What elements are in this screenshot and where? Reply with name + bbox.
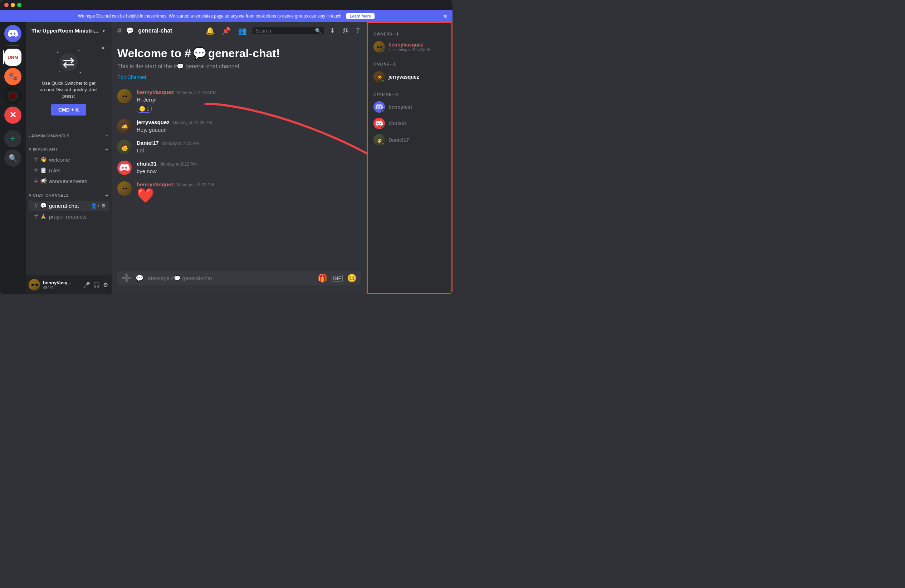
server-icon-redx[interactable]: ✕ [4,106,21,124]
current-user-name: bennyVasq... [43,280,79,285]
member-name-chula31: chula31 [389,120,446,126]
qs-dot-4: ✦ [79,71,81,74]
edit-channel-link[interactable]: Edit Channel [117,74,146,80]
channel-name-rules: rules [49,167,106,173]
banner-close-button[interactable]: ✕ [443,13,448,20]
search-input[interactable] [256,28,313,33]
msg-timestamp-2: Monday at 12:33 PM [172,120,212,125]
close-button[interactable] [4,3,9,7]
member-item-jerry[interactable]: 🧔 jerryvasquez [371,69,449,85]
deafen-headphones-icon[interactable]: 🎧 [92,281,101,289]
channels-list: › ADMIN CHANNELS + ∨ IMPORTANT + # 👋 wel… [26,124,112,276]
quick-switcher-popup: ✕ ✦ ✦ ⇄ ✦ ✦ Use Quick Switcher to get ar… [29,42,109,121]
current-user-avatar-icon: 🕶️ [30,281,39,289]
messages-area: Welcome to # 💬 general-chat! This is the… [112,40,367,271]
quick-switcher-close[interactable]: ✕ [101,45,105,51]
message-text-input[interactable] [148,271,313,285]
mute-microphone-icon[interactable]: 🎤 [82,281,91,289]
gif-icon[interactable]: GIF [332,275,343,282]
server-icon-paw[interactable]: 🐾 [4,68,21,85]
msg-header-1: bennyVasquez Monday at 12:33 PM [137,89,361,95]
maximize-button[interactable] [17,3,21,7]
members-section-offline: OFFLINE—3 [371,89,449,98]
gift-icon[interactable]: 🎁 [318,274,327,283]
user-settings-icon[interactable]: ⚙ [102,281,109,289]
msg-avatar-benny-2-emoji: 🕶️ [122,185,128,191]
add-server-button[interactable]: + [4,130,21,147]
members-list-icon[interactable]: 👥 [237,27,248,35]
add-channel-important[interactable]: + [105,146,109,153]
member-avatar-jerry: 🧔 [373,71,385,82]
server-icon-discord-home[interactable] [4,25,21,42]
channel-header-name: general-chat [138,27,172,34]
member-item-daniel17[interactable]: 🧑 Daniel17 [371,132,449,148]
message-group-4: chula31 Monday at 8:22 PM bye now [117,161,361,175]
invite-icon[interactable]: 👤+ [91,203,100,209]
learn-more-button[interactable]: Learn More [346,13,375,19]
msg-avatar-benny-emoji: 🕶️ [122,94,128,99]
notifications-bell-icon[interactable]: 🔔 [204,27,216,35]
server-icon-dark[interactable] [4,87,21,105]
server-sidebar: URM 🐾 ✕ + 🔍 [0,22,26,294]
channel-item-prayer-requests[interactable]: # 🙏 prayer-requests [29,211,109,222]
svg-point-1 [10,94,15,98]
category-chat-channels[interactable]: ∨ CHAT CHANNELS + [26,187,112,200]
channel-emoji-prayer: 🙏 [40,213,47,220]
user-controls: 🎤 🎧 ⚙ [82,281,109,289]
add-channel-chat[interactable]: + [105,192,109,199]
minimize-button[interactable] [11,3,15,7]
channel-item-rules[interactable]: # 📋 rules [29,165,109,176]
category-label-admin: › ADMIN CHANNELS [29,134,70,138]
msg-content-4: chula31 Monday at 8:22 PM bye now [137,161,361,175]
channel-header: # 💬 general-chat 🔔 📌 👥 🔍 ⬇ @ ? [112,22,367,40]
member-item-benny-vasquez[interactable]: 🕶️ bennyVasquez ♪ Listening to Spotify 🖥 [371,39,449,55]
member-avatar-benny: 🕶️ [373,41,385,52]
member-item-chula31[interactable]: chula31 [371,116,449,131]
member-item-bennytest[interactable]: bennytest [371,99,449,115]
quick-switcher-shortcut-button[interactable]: CMD + K [51,104,86,116]
member-name-benny: bennyVasquez [389,42,446,48]
inbox-download-icon[interactable]: ⬇ [329,27,337,35]
emoji-icon[interactable]: 😊 [347,274,357,283]
msg-avatar-benny-2: 🕶️ [117,181,132,196]
channel-actions-general: 👤+ ⚙ [91,203,106,209]
channel-emoji-rules: 📋 [40,167,47,173]
member-avatar-benny-icon: 🕶️ [376,44,383,50]
explore-servers-button[interactable]: 🔍 [4,149,21,167]
message-group-2: 🧔 jerryvasquez Monday at 12:33 PM Hey, g… [117,119,361,133]
msg-avatar-benny-1: 🕶️ [117,89,132,103]
quick-switcher-icon-area: ✦ ✦ ⇄ ✦ ✦ [54,48,83,76]
help-icon[interactable]: ? [354,27,361,34]
member-name-bennytest: bennytest [389,104,446,110]
pinned-messages-icon[interactable]: 📌 [220,27,232,35]
server-icon-urm[interactable]: URM [4,49,21,66]
current-user-avatar[interactable]: 🕶️ [29,279,40,290]
add-channel-admin[interactable]: + [105,133,109,139]
channel-item-welcome[interactable]: # 👋 welcome [29,155,109,165]
settings-icon[interactable]: ⚙ [101,203,106,209]
msg-reaction-1[interactable]: 🟡 1 [137,105,152,113]
msg-avatar-daniel: 🧑 [117,140,132,154]
channel-name-general-chat: general-chat [49,203,89,209]
member-avatar-bennytest [373,101,385,113]
at-mention-icon[interactable]: @ [341,27,350,34]
reaction-emoji-1: 🟡 [139,106,145,112]
channel-item-general-chat[interactable]: # 💬 general-chat 👤+ ⚙ [29,201,109,211]
channel-name-announcements: announcements [49,178,106,184]
main-content: # 💬 general-chat 🔔 📌 👥 🔍 ⬇ @ ? Welcome t… [112,22,367,294]
msg-avatar-chula [117,161,132,175]
member-avatar-daniel-icon: 🧑 [376,137,383,143]
channel-item-announcements[interactable]: # 📢 announcements [29,176,109,186]
members-section-owners: OWNERS—1 [371,29,449,38]
add-attachment-icon[interactable]: ➕ [122,274,131,283]
msg-content-3: Daniel17 Monday at 7:20 PM Lol [137,140,361,154]
category-label-important: ∨ IMPORTANT [29,147,57,152]
category-admin-channels[interactable]: › ADMIN CHANNELS + [26,127,112,141]
server-header[interactable]: The UpperRoom Ministri... ▼ [26,22,112,40]
category-important[interactable]: ∨ IMPORTANT + [26,141,112,154]
member-info-daniel17: Daniel17 [389,137,446,143]
msg-author-chula: chula31 [137,161,157,167]
welcome-description: This is the start of the #💬 general-chat… [117,63,361,70]
message-input-area: ➕ 💬 🎁 GIF 😊 [112,271,367,294]
search-bar[interactable]: 🔍 [252,27,324,34]
